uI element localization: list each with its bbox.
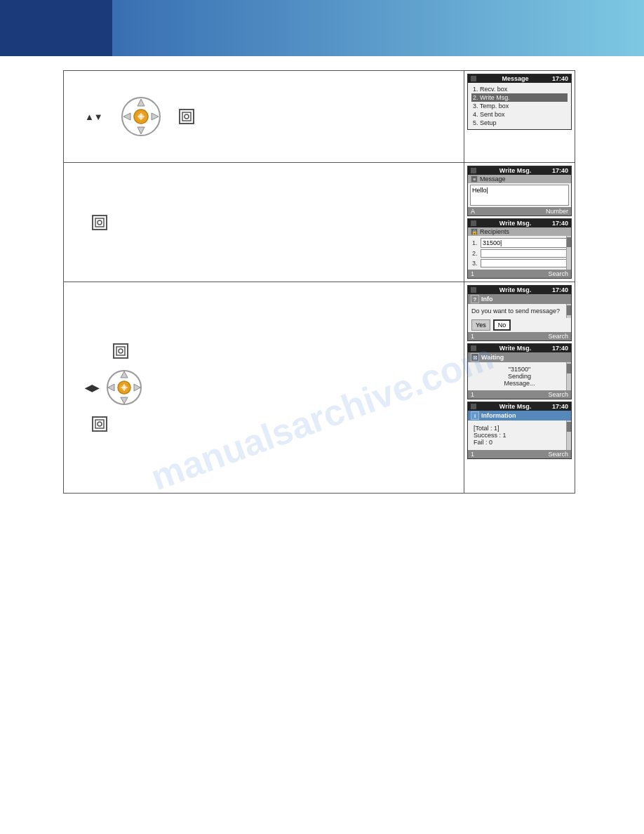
waiting-footer-left: 1 xyxy=(471,391,474,398)
menu-item-2: 2. Write Msg. xyxy=(471,93,568,102)
result-header: i Information xyxy=(468,411,571,421)
info-dialog-buttons: Yes No xyxy=(468,318,571,332)
recipients-title: Write Msg. xyxy=(499,220,531,227)
info-message: Do you want to send message? xyxy=(471,307,560,315)
result-dialog-title: Information xyxy=(481,412,516,419)
section1-left: ▲▼ xyxy=(64,71,464,162)
svg-point-14 xyxy=(119,349,123,353)
nav-cross[interactable] xyxy=(121,96,161,137)
recipient-field-2[interactable] xyxy=(481,249,567,258)
screen-title: Message xyxy=(502,75,528,82)
recipient-value-1: 31500 xyxy=(483,239,500,246)
result-screen: Write Msg. 17:40 i Information [Total : … xyxy=(467,402,572,459)
waiting-title: Write Msg. xyxy=(499,345,531,352)
svg-point-12 xyxy=(98,220,102,225)
recipients-footer-right: Search xyxy=(548,270,568,277)
recipient-num-1: 1. xyxy=(472,239,481,246)
svg-marker-3 xyxy=(123,113,130,120)
section2-left xyxy=(64,163,464,282)
recipient-field-3[interactable] xyxy=(481,259,567,267)
horiz-nav-area: ◀▶ xyxy=(85,369,450,406)
section3: ◀▶ xyxy=(63,282,575,494)
result-body: [Total : 1] Success : 1 Fail : 0 xyxy=(468,421,571,450)
info-footer-left: 1 xyxy=(471,333,474,340)
write-message-field[interactable]: Hello| xyxy=(470,185,569,206)
recipient-field-1[interactable]: 31500| xyxy=(481,238,567,248)
result-footer-left: 1 xyxy=(471,451,474,458)
svg-rect-11 xyxy=(95,218,104,227)
waiting-title-icon xyxy=(471,345,476,351)
write-footer-right: Number xyxy=(546,208,568,215)
waiting-header: ⊠ Waiting xyxy=(468,352,571,362)
info-scrollbar xyxy=(566,304,571,318)
waiting-footer-right: Search xyxy=(548,391,568,398)
recipients-screen: Write Msg. 17:40 🔒 Recipients 1. 31500| xyxy=(467,218,572,279)
info-title: Write Msg. xyxy=(499,286,531,293)
waiting-icon: ⊠ xyxy=(471,353,479,362)
info-dialog-icon: ? xyxy=(471,295,479,303)
result-footer: 1 Search xyxy=(468,450,571,458)
result-scrollbar-thumb xyxy=(567,422,571,432)
result-title-icon xyxy=(471,404,476,409)
write-footer-left: A xyxy=(471,208,475,215)
svg-point-10 xyxy=(185,114,189,119)
nav-cross-2-svg xyxy=(106,369,142,406)
section3-icon-bottom-svg xyxy=(95,419,105,429)
write-msg-titlebar: Write Msg. 17:40 xyxy=(468,166,571,175)
section2-icon xyxy=(92,215,107,230)
yes-button[interactable]: Yes xyxy=(471,319,490,331)
menu-item-4: 4. Sent box xyxy=(471,110,568,119)
horiz-arrows: ◀▶ xyxy=(85,383,99,393)
write-footer: A Number xyxy=(468,207,571,216)
icon-inner-svg xyxy=(182,112,192,121)
svg-marker-17 xyxy=(121,397,128,404)
arrows-indicator: ▲▼ xyxy=(85,112,103,122)
recipients-section-label: Recipients xyxy=(480,228,509,235)
section2: Write Msg. 17:40 ≡ Message Hello| A Numb… xyxy=(63,163,575,282)
recipients-titlebar: Write Msg. 17:40 xyxy=(468,219,571,227)
arrows-label: ▲▼ xyxy=(85,112,103,122)
screen-time: 17:40 xyxy=(552,75,568,82)
recipient-num-2: 2. xyxy=(472,250,481,257)
svg-marker-4 xyxy=(152,113,159,120)
no-button[interactable]: No xyxy=(493,319,511,331)
waiting-dialog-title: Waiting xyxy=(481,354,504,361)
svg-marker-16 xyxy=(121,371,128,378)
info-dialog-body: Do you want to send message? xyxy=(468,304,571,318)
write-section-header: ≡ Message xyxy=(468,175,571,183)
info-dialog-screen: Write Msg. 17:40 ? Info Do you want to s… xyxy=(467,285,572,341)
info-dialog-header: ? Info xyxy=(468,294,571,304)
write-title: Write Msg. xyxy=(499,167,531,174)
square-icon xyxy=(179,109,194,124)
result-titlebar: Write Msg. 17:40 xyxy=(468,402,571,411)
result-footer-right: Search xyxy=(548,451,568,458)
header xyxy=(0,0,644,56)
section2-icon-svg xyxy=(95,218,105,227)
svg-marker-1 xyxy=(137,99,145,106)
result-time: 17:40 xyxy=(552,403,568,410)
scrollbar-thumb xyxy=(567,237,571,247)
write-section-label: Message xyxy=(480,176,506,183)
waiting-scrollbar xyxy=(566,362,571,390)
info-titlebar: Write Msg. 17:40 xyxy=(468,286,571,294)
section3-icon-bottom xyxy=(92,416,107,432)
waiting-body: "31500" Sending Message... xyxy=(468,362,571,390)
recipients-time: 17:40 xyxy=(552,220,568,227)
recipient-row-3: 3. xyxy=(470,258,569,268)
nav-cross-svg xyxy=(121,96,161,137)
info-dialog-title: Info xyxy=(481,296,493,303)
write-header-icon: ≡ xyxy=(471,176,478,183)
menu-item-5: 5. Setup xyxy=(471,119,568,127)
write-time: 17:40 xyxy=(552,167,568,174)
nav-cross-2[interactable] xyxy=(106,369,142,406)
section1: ▲▼ xyxy=(63,70,575,163)
info-scrollbar-thumb xyxy=(567,305,571,315)
waiting-footer: 1 Search xyxy=(468,390,571,399)
waiting-screen: Write Msg. 17:40 ⊠ Waiting "31500" Sendi… xyxy=(467,343,572,399)
svg-rect-9 xyxy=(182,112,191,121)
svg-rect-13 xyxy=(116,347,125,355)
recipients-footer: 1 Search xyxy=(468,270,571,278)
result-icon: i xyxy=(471,411,479,420)
screen-titlebar: Message 17:40 xyxy=(468,74,571,83)
recipients-header-icon: 🔒 xyxy=(471,228,478,235)
